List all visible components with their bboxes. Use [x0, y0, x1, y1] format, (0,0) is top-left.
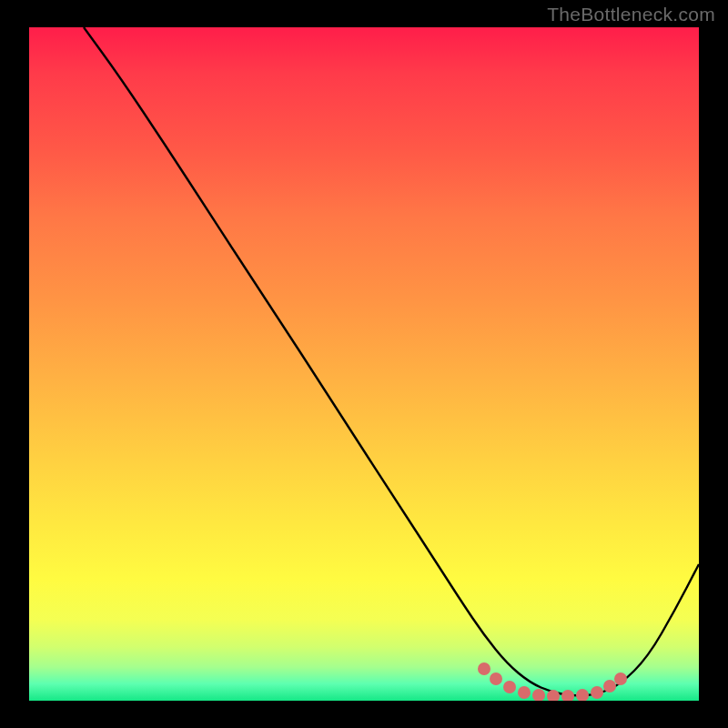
plot-area	[29, 27, 699, 701]
marker-dot	[532, 689, 545, 701]
marker-dot	[490, 672, 502, 685]
marker-dot	[478, 662, 490, 675]
marker-dot	[614, 672, 627, 685]
marker-dot	[503, 681, 516, 693]
bottleneck-curve	[84, 27, 699, 695]
marker-dot	[518, 686, 531, 699]
chart-container: TheBottleneck.com	[0, 0, 728, 728]
marker-dot	[561, 690, 574, 701]
marker-dot	[603, 680, 616, 693]
watermark-text: TheBottleneck.com	[547, 4, 715, 25]
curve-layer	[29, 27, 699, 701]
marker-dot	[591, 686, 603, 699]
marker-group	[478, 662, 627, 701]
marker-dot	[576, 689, 589, 701]
